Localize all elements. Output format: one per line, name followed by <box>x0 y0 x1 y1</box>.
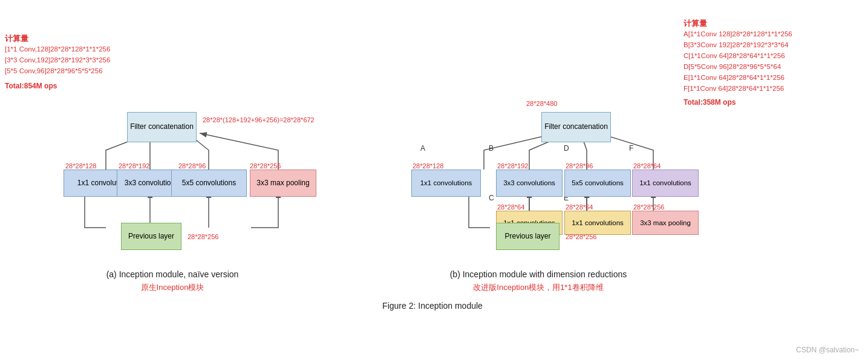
dim-64c-right: 28*28*64 <box>633 162 661 170</box>
dim-192-right: 28*28*192 <box>497 162 528 170</box>
conv1x1-A: 1x1 convolutions <box>411 170 481 197</box>
conv5x5-D: 5x5 convolutions <box>564 170 631 197</box>
figure-caption: Figure 2: Inception module <box>272 301 593 311</box>
prev-layer-label-right: Previous layer <box>504 232 550 242</box>
dim-top-left: 28*28*(128+192+96+256)=28*28*672 <box>203 116 315 124</box>
left-calc-label: 计算量 <box>5 33 28 44</box>
conv1x1-F: 1x1 convolutions <box>632 170 699 197</box>
dim-256-right: 28*28*256 <box>633 203 664 211</box>
right-line3: C[1*1Conv 64]28*28*64*1*1*256 <box>684 52 785 59</box>
dim-64b-right: 28*28*64 <box>566 203 593 211</box>
caption-left: (a) Inception module, naïve version <box>60 269 284 279</box>
maxpool-left: 3x3 max pooling <box>250 170 316 197</box>
conv1x1-E: 1x1 convolutions <box>564 211 631 235</box>
dim-64-right: 28*28*64 <box>497 203 524 211</box>
conv5x5-left: 5x5 convolutions <box>171 170 247 197</box>
prev-layer-label-left: Previous layer <box>128 232 174 242</box>
conv1x1-A-label: 1x1 convolutions <box>420 179 472 188</box>
right-total: Total:358M ops <box>684 98 736 107</box>
label-F: F <box>629 144 633 153</box>
dim-top-right: 28*28*480 <box>526 100 557 107</box>
dim-prev-left: 28*28*256 <box>188 233 218 240</box>
label-B: B <box>489 144 494 153</box>
filter-concat-label-left: Filter concatenation <box>130 122 194 132</box>
left-total: Total:854M ops <box>5 82 57 90</box>
maxpool-label-left: 3x3 max pooling <box>256 179 309 188</box>
left-line1: [1*1 Conv,128]28*28*128*1*1*256 <box>5 45 110 53</box>
dim-128-right: 28*28*128 <box>413 162 443 170</box>
conv3x3-B-label: 3x3 convolutions <box>503 179 555 188</box>
conv5x5-D-label: 5x5 convolutions <box>572 179 624 188</box>
prev-layer-left: Previous layer <box>121 223 181 250</box>
label-A: A <box>420 144 425 153</box>
label-D: D <box>564 144 569 153</box>
maxpool-G-label: 3x3 max pooling <box>640 219 691 228</box>
left-line2: [3*3 Conv,192]28*28*192*3*3*256 <box>5 56 110 64</box>
dim-prev-right: 28*28*256 <box>566 233 596 240</box>
dim-256-left: 28*28*256 <box>250 162 281 170</box>
caption-right-cn: 改进版Inception模块，用1*1卷积降维 <box>399 282 677 293</box>
right-calc-label: 计算量 <box>684 18 707 29</box>
conv3x3-label-left: 3x3 convolutions <box>125 179 178 188</box>
dim-128-left: 28*28*128 <box>65 162 96 170</box>
conv3x3-B: 3x3 convolutions <box>496 170 563 197</box>
right-line6: F[1*1Conv 64]28*28*64*1*1*256 <box>684 85 784 92</box>
right-line5: E[1*1Conv 64]28*28*64*1*1*256 <box>684 74 785 81</box>
prev-layer-right: Previous layer <box>496 223 560 250</box>
conv1x1-E-label: 1x1 convolutions <box>572 219 624 228</box>
right-line2: B[3*3Conv 192]28*28*192*3*3*64 <box>684 41 788 48</box>
label-C: C <box>489 194 494 202</box>
conv1x1-F-label: 1x1 convolutions <box>639 179 691 188</box>
diagram-container: 计算量 [1*1 Conv,128]28*28*128*1*1*256 [3*3… <box>0 0 868 359</box>
right-line1: A[1*1Conv 128]28*28*128*1*1*256 <box>684 30 792 38</box>
filter-concat-box-right: Filter concatenation <box>541 112 611 142</box>
left-line3: [5*5 Conv,96]28*28*96*5*5*256 <box>5 67 103 74</box>
watermark: CSDN @salvation~ <box>796 346 859 354</box>
dim-192-left: 28*28*192 <box>119 162 149 170</box>
caption-right: (b) Inception module with dimension redu… <box>399 269 677 279</box>
caption-left-cn: 原生Inception模块 <box>60 282 284 293</box>
dim-96-right: 28*28*96 <box>566 162 593 170</box>
dim-96-left: 28*28*96 <box>178 162 206 170</box>
filter-concat-label-right: Filter concatenation <box>544 122 608 132</box>
right-line4: D[5*5Conv 96]28*28*96*5*5*64 <box>684 63 781 70</box>
filter-concat-box-left: Filter concatenation <box>127 112 197 142</box>
maxpool-G: 3x3 max pooling <box>632 211 699 235</box>
conv5x5-label-left: 5x5 convolutions <box>182 179 236 188</box>
